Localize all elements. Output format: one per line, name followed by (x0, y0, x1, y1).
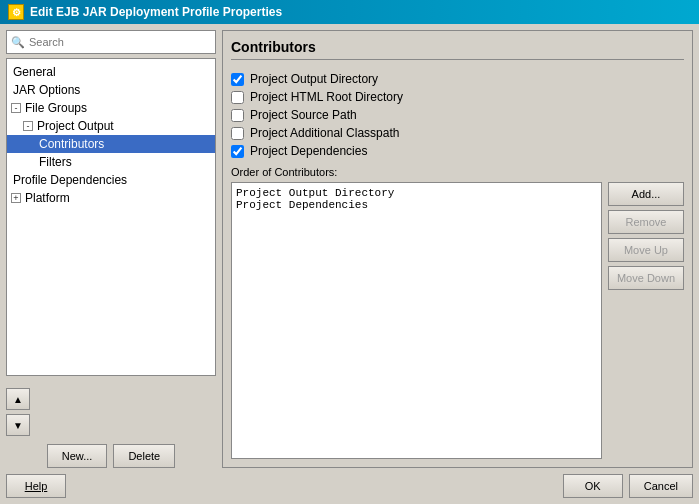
tree-label-file-groups: File Groups (25, 101, 87, 115)
checkbox-row-5: Project Dependencies (231, 142, 684, 160)
tree-label-general: General (13, 65, 56, 79)
left-panel: 🔍 General JAR Options - File Group (6, 30, 216, 468)
order-list-item-2[interactable]: Project Dependencies (236, 199, 597, 211)
tree-item-contributors[interactable]: Contributors (7, 135, 215, 153)
order-area: Project Output Directory Project Depende… (231, 182, 684, 459)
order-buttons: Add... Remove Move Up Move Down (608, 182, 684, 459)
footer-right: OK Cancel (563, 474, 693, 498)
tree-label-platform: Platform (25, 191, 70, 205)
tree-label-profile-dependencies: Profile Dependencies (13, 173, 127, 187)
checkbox-label-1: Project Output Directory (250, 72, 378, 86)
help-button[interactable]: Help (6, 474, 66, 498)
checkboxes-section: Project Output Directory Project HTML Ro… (231, 70, 684, 160)
title-icon: ⚙ (8, 4, 24, 20)
tree-item-project-output[interactable]: - Project Output (7, 117, 215, 135)
scroll-buttons: ▲ ▼ (6, 380, 30, 436)
tree-label-contributors: Contributors (39, 137, 104, 151)
checkbox-label-5: Project Dependencies (250, 144, 367, 158)
checkbox-project-dependencies[interactable] (231, 145, 244, 158)
bottom-buttons: New... Delete (6, 440, 216, 468)
tree-panel: General JAR Options - File Groups - Proj… (6, 58, 216, 376)
add-button[interactable]: Add... (608, 182, 684, 206)
move-up-button[interactable]: Move Up (608, 238, 684, 262)
main-content: 🔍 General JAR Options - File Group (0, 24, 699, 504)
panel-title: Contributors (231, 39, 684, 60)
checkbox-row-3: Project Source Path (231, 106, 684, 124)
checkbox-row-1: Project Output Directory (231, 70, 684, 88)
search-icon: 🔍 (11, 36, 25, 49)
title-bar: ⚙ Edit EJB JAR Deployment Profile Proper… (0, 0, 699, 24)
checkbox-label-4: Project Additional Classpath (250, 126, 399, 140)
tree-item-jar-options[interactable]: JAR Options (7, 81, 215, 99)
tree-label-filters: Filters (39, 155, 72, 169)
checkbox-source-path[interactable] (231, 109, 244, 122)
tree-item-file-groups[interactable]: - File Groups (7, 99, 215, 117)
ok-button[interactable]: OK (563, 474, 623, 498)
body-area: 🔍 General JAR Options - File Group (6, 30, 693, 468)
order-list-item-1[interactable]: Project Output Directory (236, 187, 597, 199)
checkbox-label-2: Project HTML Root Directory (250, 90, 403, 104)
checkbox-row-2: Project HTML Root Directory (231, 88, 684, 106)
checkbox-html-root[interactable] (231, 91, 244, 104)
tree-label-jar-options: JAR Options (13, 83, 80, 97)
tree-item-platform[interactable]: + Platform (7, 189, 215, 207)
tree-item-filters[interactable]: Filters (7, 153, 215, 171)
order-section: Order of Contributors: Project Output Di… (231, 166, 684, 459)
search-box: 🔍 (6, 30, 216, 54)
search-input[interactable] (29, 36, 211, 48)
expand-icon-file-groups[interactable]: - (11, 103, 21, 113)
scroll-down-button[interactable]: ▼ (6, 414, 30, 436)
remove-button[interactable]: Remove (608, 210, 684, 234)
right-panel: Contributors Project Output Directory Pr… (222, 30, 693, 468)
tree-item-profile-dependencies[interactable]: Profile Dependencies (7, 171, 215, 189)
cancel-button[interactable]: Cancel (629, 474, 693, 498)
expand-icon-project-output[interactable]: - (23, 121, 33, 131)
checkbox-label-3: Project Source Path (250, 108, 357, 122)
footer: Help OK Cancel (6, 468, 693, 498)
expand-icon-platform[interactable]: + (11, 193, 21, 203)
delete-button[interactable]: Delete (113, 444, 175, 468)
move-down-button[interactable]: Move Down (608, 266, 684, 290)
checkbox-project-output-dir[interactable] (231, 73, 244, 86)
order-list[interactable]: Project Output Directory Project Depende… (231, 182, 602, 459)
tree-label-project-output: Project Output (37, 119, 114, 133)
checkbox-row-4: Project Additional Classpath (231, 124, 684, 142)
order-label: Order of Contributors: (231, 166, 684, 178)
new-button[interactable]: New... (47, 444, 108, 468)
tree-item-general[interactable]: General (7, 63, 215, 81)
window-title: Edit EJB JAR Deployment Profile Properti… (30, 5, 282, 19)
checkbox-additional-classpath[interactable] (231, 127, 244, 140)
scroll-up-button[interactable]: ▲ (6, 388, 30, 410)
